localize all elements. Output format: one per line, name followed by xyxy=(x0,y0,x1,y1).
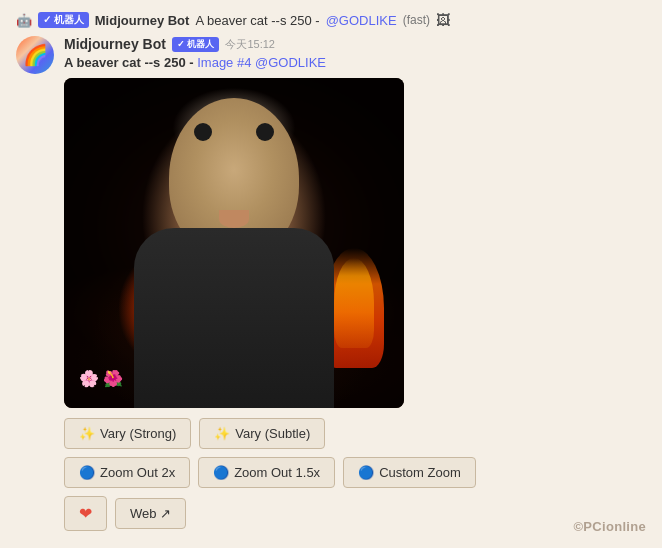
buttons-row-1: ✨ Vary (Strong) ✨ Vary (Subtle) xyxy=(64,418,646,449)
message-content: Midjourney Bot ✓ 机器人 今天15:12 A beaver ca… xyxy=(64,36,646,539)
sender-name: Midjourney Bot xyxy=(64,36,166,52)
vary-strong-label: Vary (Strong) xyxy=(100,426,176,441)
notification-image-icon: 🖼 xyxy=(436,12,450,28)
fire-decoration-right xyxy=(334,258,374,348)
custom-zoom-icon: 🔵 xyxy=(358,465,374,480)
watermark-text: ©PCionline xyxy=(573,519,646,534)
zoom-out-2x-label: Zoom Out 2x xyxy=(100,465,175,480)
vary-subtle-button[interactable]: ✨ Vary (Subtle) xyxy=(199,418,325,449)
notification-bar: 🤖 ✓ 机器人 Midjourney Bot A beaver cat --s … xyxy=(16,12,646,28)
zoom-out-1-5x-label: Zoom Out 1.5x xyxy=(234,465,320,480)
generated-image: 🌸 🌺 xyxy=(64,78,404,408)
vary-subtle-icon: ✨ xyxy=(214,426,230,441)
zoom-out-1-5x-button[interactable]: 🔵 Zoom Out 1.5x xyxy=(198,457,335,488)
flower-decoration: 🌸 🌺 xyxy=(79,369,123,388)
notification-prompt: A beaver cat --s 250 - xyxy=(195,13,319,28)
notification-bot-tag: ✓ 机器人 xyxy=(38,12,89,28)
notification-bot-name: Midjourney Bot xyxy=(95,13,190,28)
notification-mention: @GODLIKE xyxy=(326,13,397,28)
custom-zoom-label: Custom Zoom xyxy=(379,465,461,480)
heart-button[interactable]: ❤ xyxy=(64,496,107,531)
watermark: ©PCionline xyxy=(573,519,646,534)
image-art: 🌸 🌺 xyxy=(64,78,404,408)
vary-strong-icon: ✨ xyxy=(79,426,95,441)
custom-zoom-button[interactable]: 🔵 Custom Zoom xyxy=(343,457,476,488)
zoom-out-2x-button[interactable]: 🔵 Zoom Out 2x xyxy=(64,457,190,488)
message-prompt: A beaver cat --s 250 - xyxy=(64,55,194,70)
vary-strong-button[interactable]: ✨ Vary (Strong) xyxy=(64,418,191,449)
beaver-body xyxy=(134,228,334,408)
zoom-out-1-5x-icon: 🔵 xyxy=(213,465,229,480)
notification-speed: (fast) xyxy=(403,13,430,27)
message-text: A beaver cat --s 250 - Image #4 @GODLIKE xyxy=(64,54,646,72)
zoom-out-2x-icon: 🔵 xyxy=(79,465,95,480)
vary-subtle-label: Vary (Subtle) xyxy=(235,426,310,441)
buttons-row-3: ❤ Web ↗ xyxy=(64,496,646,531)
message-timestamp: 今天15:12 xyxy=(225,37,275,52)
notification-bot-icon: 🤖 xyxy=(16,13,32,28)
message-header: Midjourney Bot ✓ 机器人 今天15:12 xyxy=(64,36,646,52)
web-label: Web ↗ xyxy=(130,506,171,521)
avatar-emoji: 🌈 xyxy=(23,43,48,67)
message-mention: @GODLIKE xyxy=(255,55,326,70)
message-image-label: Image #4 xyxy=(197,55,251,70)
sender-bot-tag: ✓ 机器人 xyxy=(172,37,220,52)
message-row: 🌈 Midjourney Bot ✓ 机器人 今天15:12 A beaver … xyxy=(16,36,646,539)
web-button[interactable]: Web ↗ xyxy=(115,498,186,529)
buttons-row-2: 🔵 Zoom Out 2x 🔵 Zoom Out 1.5x 🔵 Custom Z… xyxy=(64,457,646,488)
avatar: 🌈 xyxy=(16,36,54,74)
heart-icon: ❤ xyxy=(79,504,92,523)
